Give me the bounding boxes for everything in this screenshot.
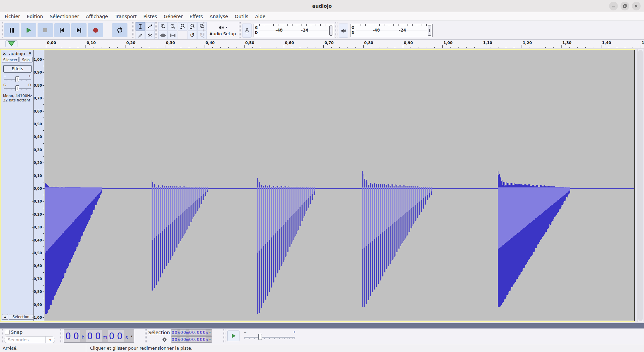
audio-setup-grip[interactable] <box>203 22 205 38</box>
time-unit[interactable]: m <box>186 337 189 342</box>
time-unit[interactable]: h <box>177 337 180 342</box>
time-unit[interactable]: h <box>80 330 86 342</box>
time-digit[interactable]: 0 <box>189 337 192 342</box>
solo-button[interactable]: Solo <box>19 57 33 62</box>
menu-item-aide[interactable]: Aide <box>252 13 269 20</box>
time-digit[interactable]: 0 <box>174 337 177 342</box>
transport-toolbar-grip[interactable] <box>1 22 3 38</box>
snap-mode-combobox[interactable]: Secondes ∨ <box>4 336 55 343</box>
vertical-scrollbar[interactable] <box>637 49 643 322</box>
time-format-dropdown-icon[interactable]: ▾ <box>129 330 134 342</box>
time-digit[interactable]: 0 <box>192 337 195 342</box>
draw-tool-button[interactable] <box>136 31 145 39</box>
menu-item-affichage[interactable]: Affichage <box>83 13 111 20</box>
time-toolbar-grip[interactable] <box>60 329 62 343</box>
envelope-tool-button[interactable] <box>145 22 155 31</box>
undo-button[interactable]: ↺ <box>187 31 197 39</box>
playback-speed-slider[interactable]: − + <box>243 330 297 343</box>
record-button[interactable] <box>88 23 103 37</box>
vertical-scrollbar-thumb[interactable] <box>638 50 643 321</box>
time-unit[interactable]: h <box>177 329 180 335</box>
track-name[interactable]: audiojo <box>9 51 29 56</box>
play-at-speed-button[interactable] <box>227 331 239 341</box>
mute-button[interactable]: Silencer <box>2 57 19 62</box>
selection-start-display[interactable]: 00h00m00.000s▾ <box>171 329 212 336</box>
time-digit[interactable]: 0 <box>197 329 200 335</box>
selection-end-display[interactable]: 00h00m00.000s▾ <box>171 336 212 343</box>
time-format-dropdown-icon[interactable]: ▾ <box>208 329 212 335</box>
zoom-fit-button[interactable] <box>187 22 197 31</box>
time-digit[interactable]: 0 <box>94 330 102 342</box>
time-digit[interactable]: 0 <box>203 329 206 335</box>
timeline-ruler[interactable]: 0,000,100,200,300,400,500,600,700,800,90… <box>0 40 644 48</box>
time-digit[interactable]: 0 <box>200 337 203 342</box>
pause-button[interactable] <box>4 23 19 37</box>
selection-toolbar-grip[interactable] <box>145 329 147 343</box>
snap-checkbox[interactable] <box>5 330 10 335</box>
menu-item-generer[interactable]: Générer <box>160 13 186 20</box>
edit-toolbar-grip[interactable] <box>155 22 157 38</box>
record-meter-handle[interactable] <box>329 26 332 36</box>
time-digit[interactable]: 0 <box>174 329 177 335</box>
time-unit[interactable]: m <box>186 329 189 335</box>
tools-toolbar-grip[interactable] <box>132 22 134 38</box>
loop-button[interactable] <box>112 23 127 37</box>
silence-audio-button[interactable] <box>168 31 177 39</box>
skip-to-start-button[interactable] <box>54 23 70 37</box>
waveform-view[interactable] <box>44 50 634 321</box>
playback-meter-speaker-button[interactable] <box>339 24 348 38</box>
maximize-button[interactable] <box>621 2 629 10</box>
play-button[interactable] <box>21 23 36 37</box>
time-format-dropdown-icon[interactable]: ▾ <box>208 337 212 342</box>
close-button[interactable] <box>632 2 641 10</box>
zoom-in-button[interactable] <box>158 22 168 31</box>
minimize-button[interactable] <box>609 2 618 10</box>
speed-slider-handle[interactable] <box>258 334 262 340</box>
time-digit[interactable]: 0 <box>192 329 195 335</box>
skip-to-end-button[interactable] <box>71 23 87 37</box>
time-unit[interactable]: s <box>206 337 208 342</box>
playback-meter[interactable]: G D -48 -24 <box>350 24 433 37</box>
record-meter-mic-button[interactable] <box>242 24 252 38</box>
time-digit[interactable]: 0 <box>171 337 174 342</box>
timeline-pin-button[interactable] <box>5 40 17 47</box>
menu-item-pistes[interactable]: Pistes <box>140 13 160 20</box>
selection-settings-button[interactable] <box>161 337 168 343</box>
trim-audio-button[interactable] <box>158 31 168 39</box>
time-digit[interactable]: 0 <box>72 330 80 342</box>
combo-chevron-icon[interactable]: ∨ <box>45 337 55 343</box>
audio-position-display[interactable]: 00h00m00s▾ <box>64 329 134 343</box>
effects-button[interactable]: Effets <box>3 65 32 73</box>
time-digit[interactable]: 0 <box>180 329 183 335</box>
gain-slider[interactable]: − + <box>1 74 34 83</box>
time-digit[interactable]: 0 <box>116 330 124 342</box>
menu-item-selectionner[interactable]: Sélectionner <box>46 13 83 20</box>
time-digit[interactable]: 0 <box>108 330 116 342</box>
menu-item-effets[interactable]: Effets <box>186 13 206 20</box>
menu-item-fichier[interactable]: Fichier <box>1 13 23 20</box>
menu-item-transport[interactable]: Transport <box>111 13 140 20</box>
zoom-selection-button[interactable] <box>178 22 187 31</box>
time-unit[interactable]: s <box>206 329 208 335</box>
time-digit[interactable]: 0 <box>180 337 183 342</box>
time-digit[interactable]: 0 <box>200 329 203 335</box>
time-digit[interactable]: 0 <box>197 337 200 342</box>
collapse-track-button[interactable]: ▲ <box>2 314 8 320</box>
time-digit[interactable]: 0 <box>203 337 206 342</box>
pan-slider[interactable]: G D <box>1 83 34 92</box>
selection-tool-button[interactable] <box>136 22 145 31</box>
track-menu-dropdown-icon[interactable]: ▼ <box>29 52 31 55</box>
time-digit[interactable]: 0 <box>86 330 94 342</box>
recording-meter[interactable]: G D -48 -24 <box>254 24 334 37</box>
track-close-icon[interactable]: × <box>2 51 7 56</box>
time-digit[interactable]: 0 <box>171 329 174 335</box>
gain-slider-handle[interactable] <box>15 76 19 82</box>
play-at-speed-grip[interactable] <box>223 329 225 343</box>
track-select-button[interactable]: Sélection <box>9 314 33 320</box>
menu-item-outils[interactable]: Outils <box>231 13 252 20</box>
audio-setup-button[interactable]: ▾ Audio Setup <box>207 22 239 39</box>
menu-item-edition[interactable]: Édition <box>23 13 46 20</box>
menu-item-analyse[interactable]: Analyse <box>206 13 231 20</box>
zoom-out-button[interactable] <box>168 22 177 31</box>
vertical-scale-ruler[interactable]: 1,000,900,800,700,600,500,400,300,200,10… <box>34 50 44 321</box>
